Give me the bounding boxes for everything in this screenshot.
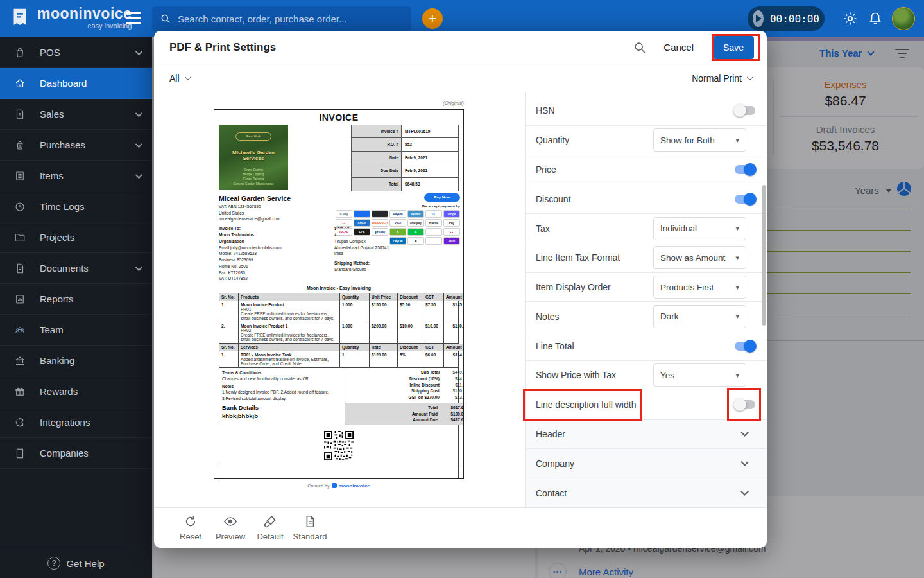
payment-method-chip: K — [389, 228, 406, 236]
sidebar-item-items[interactable]: Items — [0, 161, 152, 191]
setting-label: Line Item Tax Format — [536, 252, 620, 263]
sidebar-item-label: Reports — [40, 293, 74, 304]
sidebar-item-documents[interactable]: Documents — [0, 253, 152, 284]
company-logo-image: Farm Work Michael's Garden Services Gras… — [219, 125, 288, 190]
sidebar-item-companies[interactable]: Companies — [0, 438, 152, 469]
payment-method-chip: PayPal — [389, 210, 406, 218]
sidebar-item-rewards[interactable]: Rewards — [0, 376, 152, 407]
accordion-header[interactable]: Header — [526, 420, 767, 450]
search-icon[interactable] — [633, 40, 647, 55]
global-search — [152, 6, 411, 31]
hamburger-menu-icon[interactable] — [126, 12, 141, 25]
line-total-toggle[interactable] — [733, 340, 757, 353]
price-toggle[interactable] — [733, 163, 757, 176]
timelogs-icon — [14, 200, 27, 213]
timer-widget[interactable]: 00:00:00 — [748, 6, 825, 31]
sidebar-item-time-logs[interactable]: Time Logs — [0, 191, 152, 222]
chevron-down-icon — [135, 171, 142, 178]
show-price-with-tax-select[interactable]: Yes▾ — [653, 363, 746, 387]
sidebar-item-team[interactable]: Team — [0, 315, 152, 346]
tax-select[interactable]: Individual▾ — [653, 217, 746, 240]
standard-button[interactable]: Standard — [290, 514, 330, 541]
documents-icon — [14, 262, 27, 275]
quantity-select[interactable]: Show for Both▾ — [653, 128, 746, 152]
table-row: 1. Moon Invoice Product PR01 Create FREE… — [219, 301, 458, 322]
line-item-tax-format-select[interactable]: Show as Amount▾ — [653, 246, 746, 269]
payment-method-chip: VISA — [389, 219, 406, 227]
user-avatar[interactable] — [892, 7, 915, 30]
line-description-full-width-toggle[interactable] — [733, 398, 757, 411]
accordion-contact[interactable]: Contact — [526, 478, 767, 507]
terms-totals-section: Terms & Conditions Changes and new funct… — [219, 368, 459, 425]
accept-payment-text: We accept payment by — [331, 204, 460, 208]
sidebar-item-banking[interactable]: Banking — [0, 346, 152, 376]
gear-icon[interactable] — [843, 11, 858, 26]
sidebar-item-label: Sales — [40, 109, 64, 119]
preview-icon — [223, 514, 237, 529]
setting-label: Item Display Order — [536, 282, 611, 292]
modal-footer: Reset Preview Default Standard — [154, 507, 767, 548]
invoice-empty-row — [219, 466, 459, 479]
sidebar-item-sales[interactable]: $Sales — [0, 99, 152, 130]
app-logo[interactable]: mooninvoice easy invoicing — [8, 5, 132, 31]
sidebar-item-reports[interactable]: Reports — [0, 284, 152, 315]
discount-toggle[interactable] — [733, 193, 757, 206]
brush-icon — [263, 514, 277, 529]
sidebar-item-dashboard[interactable]: Dashboard — [0, 68, 152, 99]
payment-method-chip: EPS — [354, 228, 370, 236]
payment-method-chip: PayPal — [389, 237, 406, 245]
sidebar-item-projects[interactable]: Projects — [0, 222, 152, 253]
chevron-down-icon — [135, 48, 142, 55]
payment-method-chip: stripe — [443, 210, 460, 218]
play-icon[interactable] — [753, 10, 764, 27]
reports-icon — [14, 293, 27, 306]
original-tag: (Original) — [214, 100, 464, 106]
sidebar-item-label: Projects — [40, 232, 74, 243]
chevron-down-icon — [747, 74, 753, 80]
payment-method-chips: G PayPayPalvenmoDstripe●●AMEXDISCOVERVIS… — [331, 210, 460, 245]
filter-all-dropdown[interactable]: All — [169, 73, 189, 83]
rewards-icon — [14, 385, 27, 398]
hsn-toggle[interactable] — [733, 104, 757, 117]
setting-row-price: Price — [526, 155, 767, 185]
projects-icon — [14, 231, 27, 244]
banking-icon — [14, 355, 27, 367]
brand-tagline: easy invoicing — [37, 22, 132, 30]
setting-label: Quantity — [536, 135, 569, 145]
notes-select[interactable]: Dark▾ — [653, 305, 746, 328]
pdf-print-settings-modal: PDF & Print Settings Cancel Save All Nor… — [154, 31, 767, 548]
sidebar-item-label: Banking — [40, 355, 74, 366]
print-mode-dropdown[interactable]: Normal Print — [692, 73, 751, 83]
bell-icon[interactable] — [868, 11, 883, 26]
totals-summary: Total$617.60 Amount Paid$100.00 Amount D… — [345, 403, 464, 425]
item-display-order-select[interactable]: Products First▾ — [653, 276, 746, 299]
settings-scrollbar[interactable] — [762, 185, 766, 326]
setting-row-line-description-full-width: Line description full width — [526, 390, 767, 420]
sidebar-item-integrations[interactable]: Integrations — [0, 407, 152, 438]
accordion-company[interactable]: Company — [526, 449, 767, 478]
reset-button[interactable]: Reset — [171, 514, 210, 541]
created-by-footer: Created bymooninvoice — [214, 483, 464, 489]
search-input[interactable] — [178, 13, 403, 24]
setting-row-show-price-with-tax: Show Price with Tax Yes▾ — [526, 361, 767, 390]
pos-icon — [14, 46, 27, 59]
setting-row-line-total: Line Total — [526, 331, 767, 361]
preview-button[interactable]: Preview — [210, 514, 250, 541]
add-button[interactable]: + — [422, 8, 443, 29]
save-button[interactable]: Save — [713, 36, 754, 59]
accordion-label: Company — [536, 459, 574, 469]
brand-name: mooninvoice — [37, 5, 132, 22]
sidebar-item-pos[interactable]: POS — [0, 37, 152, 68]
setting-label: Line description full width — [536, 399, 636, 410]
invoice-title: INVOICE — [219, 112, 459, 123]
qr-code — [324, 431, 354, 460]
sidebar-item-purchases[interactable]: $Purchases — [0, 130, 152, 161]
invoice-preview-pane: (Original) INVOICE Farm Work Michael's G… — [154, 92, 525, 507]
document-icon — [303, 514, 317, 529]
get-help-button[interactable]: ? Get Help — [0, 548, 152, 578]
table-row: 1. TR01 - Moon Invoice Task Added attach… — [219, 351, 458, 368]
cancel-button[interactable]: Cancel — [663, 42, 694, 53]
setting-row-item-display-order: Item Display Order Products First▾ — [526, 273, 767, 302]
bank-details-heading: Bank Details — [222, 403, 342, 412]
default-button[interactable]: Default — [250, 514, 290, 541]
